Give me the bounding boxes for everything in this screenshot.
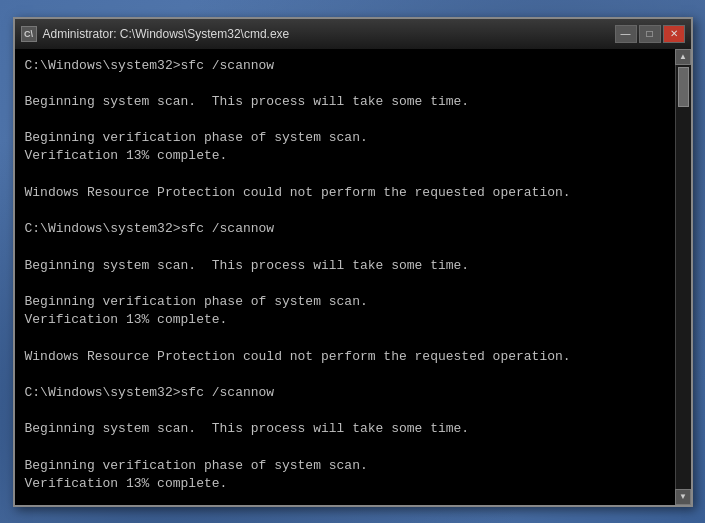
terminal-line: C:\Windows\system32>sfc /scannow <box>25 220 665 238</box>
terminal-line: Beginning system scan. This process will… <box>25 420 665 438</box>
scrollbar-thumb[interactable] <box>678 67 689 107</box>
terminal-line <box>25 493 665 505</box>
terminal-line: C:\Windows\system32>sfc /scannow <box>25 384 665 402</box>
titlebar: C\ Administrator: C:\Windows\System32\cm… <box>15 19 691 49</box>
window-title: Administrator: C:\Windows\System32\cmd.e… <box>43 27 615 41</box>
terminal-line <box>25 275 665 293</box>
terminal-line <box>25 202 665 220</box>
terminal-line: Verification 13% complete. <box>25 311 665 329</box>
terminal-line: C:\Windows\system32>sfc /scannow <box>25 57 665 75</box>
window-icon: C\ <box>21 26 37 42</box>
terminal-line <box>25 238 665 256</box>
terminal-line: Beginning system scan. This process will… <box>25 257 665 275</box>
terminal-line: Beginning verification phase of system s… <box>25 293 665 311</box>
scroll-down-button[interactable]: ▼ <box>675 489 691 505</box>
terminal-line: Verification 13% complete. <box>25 147 665 165</box>
scrollbar-track[interactable] <box>676 65 691 489</box>
terminal-output[interactable]: C:\Windows\system32>sfc /scannow Beginni… <box>15 49 675 505</box>
terminal-line: Beginning verification phase of system s… <box>25 457 665 475</box>
terminal-line <box>25 438 665 456</box>
terminal-container: C:\Windows\system32>sfc /scannow Beginni… <box>15 49 691 505</box>
terminal-line <box>25 75 665 93</box>
terminal-line <box>25 366 665 384</box>
terminal-line: Windows Resource Protection could not pe… <box>25 184 665 202</box>
titlebar-buttons: — □ ✕ <box>615 25 685 43</box>
minimize-button[interactable]: — <box>615 25 637 43</box>
terminal-line: Beginning verification phase of system s… <box>25 129 665 147</box>
scroll-up-button[interactable]: ▲ <box>675 49 691 65</box>
maximize-button[interactable]: □ <box>639 25 661 43</box>
terminal-line: Verification 13% complete. <box>25 475 665 493</box>
close-button[interactable]: ✕ <box>663 25 685 43</box>
terminal-line <box>25 329 665 347</box>
terminal-line <box>25 402 665 420</box>
cmd-window: C\ Administrator: C:\Windows\System32\cm… <box>13 17 693 507</box>
scrollbar[interactable]: ▲ ▼ <box>675 49 691 505</box>
terminal-line <box>25 166 665 184</box>
terminal-line <box>25 111 665 129</box>
terminal-line: Windows Resource Protection could not pe… <box>25 348 665 366</box>
terminal-line: Beginning system scan. This process will… <box>25 93 665 111</box>
